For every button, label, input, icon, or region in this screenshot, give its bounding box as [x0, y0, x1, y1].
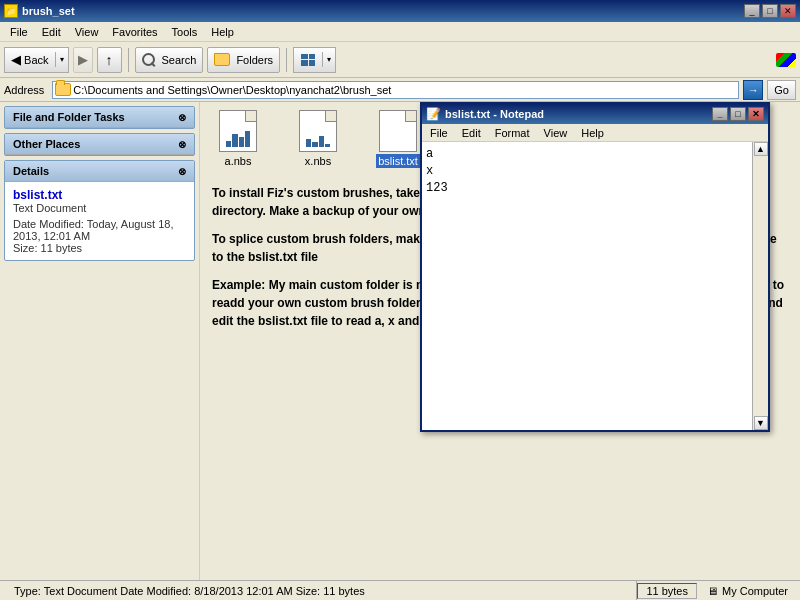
computer-label: My Computer — [722, 585, 788, 597]
address-folder-icon — [55, 83, 71, 96]
notepad-icon: 📝 — [426, 107, 441, 121]
maximize-button[interactable]: □ — [762, 4, 778, 18]
status-info: Type: Text Document Date Modified: 8/18/… — [6, 581, 637, 600]
nbs-icon-2 — [299, 110, 337, 152]
address-label: Address — [4, 84, 48, 96]
menu-tools[interactable]: Tools — [166, 24, 204, 40]
status-bar: Type: Text Document Date Modified: 8/18/… — [0, 580, 800, 600]
window-title: brush_set — [22, 5, 75, 17]
menu-bar: File Edit View Favorites Tools Help — [0, 22, 800, 42]
notepad-content[interactable] — [422, 142, 752, 430]
close-button[interactable]: ✕ — [780, 4, 796, 18]
up-button[interactable]: ↑ — [97, 47, 122, 73]
menu-view[interactable]: View — [69, 24, 105, 40]
other-places-section: Other Places ⊗ — [4, 133, 195, 156]
file-folder-tasks-chevron: ⊗ — [178, 112, 186, 123]
details-chevron: ⊗ — [178, 166, 186, 177]
other-places-header[interactable]: Other Places ⊗ — [5, 134, 194, 155]
notepad-menu-view[interactable]: View — [538, 126, 574, 140]
search-icon — [142, 53, 156, 67]
notepad-title-bar: 📝 bslist.txt - Notepad _ □ ✕ — [422, 104, 768, 124]
xp-logo-area — [776, 53, 796, 67]
menu-help[interactable]: Help — [205, 24, 240, 40]
folders-button[interactable]: Folders — [207, 47, 280, 73]
detail-modified: Date Modified: Today, August 18, 2013, 1… — [13, 218, 186, 242]
file-label-bslist-txt: bslist.txt — [376, 154, 420, 168]
notepad-menu-file[interactable]: File — [424, 126, 454, 140]
notepad-title-buttons: _ □ ✕ — [712, 107, 764, 121]
address-input[interactable] — [73, 84, 736, 96]
title-bar-buttons: _ □ ✕ — [744, 4, 796, 18]
file-icon-bslist-txt — [377, 110, 419, 152]
minimize-button[interactable]: _ — [744, 4, 760, 18]
file-icon-x-nbs — [297, 110, 339, 152]
address-input-wrap — [52, 81, 739, 99]
details-content: bslist.txt Text Document Date Modified: … — [5, 182, 194, 260]
status-size: 11 bytes — [637, 583, 697, 599]
address-go-arrow[interactable]: → — [743, 80, 763, 100]
right-content: a.nbs x.nbs — [200, 102, 800, 580]
other-places-title: Other Places — [13, 138, 80, 150]
detail-filename: bslist.txt — [13, 188, 186, 202]
menu-favorites[interactable]: Favorites — [106, 24, 163, 40]
detail-filetype: Text Document — [13, 202, 186, 214]
file-item-x-nbs[interactable]: x.nbs — [288, 110, 348, 168]
txt-icon — [379, 110, 417, 152]
notepad-close-button[interactable]: ✕ — [748, 107, 764, 121]
file-icon-a-nbs — [217, 110, 259, 152]
toolbar-separator-1 — [128, 48, 129, 72]
back-button[interactable]: ◀ Back ▾ — [4, 47, 69, 73]
view-button[interactable]: ▾ — [293, 47, 336, 73]
notepad-window: 📝 bslist.txt - Notepad _ □ ✕ File Edit F… — [420, 102, 770, 432]
file-item-a-nbs[interactable]: a.nbs — [208, 110, 268, 168]
main-layout: File and Folder Tasks ⊗ Other Places ⊗ D… — [0, 102, 800, 580]
left-panel: File and Folder Tasks ⊗ Other Places ⊗ D… — [0, 102, 200, 580]
status-computer: 🖥 My Computer — [701, 585, 794, 597]
notepad-minimize-button[interactable]: _ — [712, 107, 728, 121]
details-header[interactable]: Details ⊗ — [5, 161, 194, 182]
xp-logo — [776, 53, 796, 67]
notepad-scrollbar[interactable]: ▲ ▼ — [752, 142, 768, 430]
file-folder-tasks-header[interactable]: File and Folder Tasks ⊗ — [5, 107, 194, 128]
details-section: Details ⊗ bslist.txt Text Document Date … — [4, 160, 195, 261]
window-icon: 📁 — [4, 4, 18, 18]
file-folder-tasks-section: File and Folder Tasks ⊗ — [4, 106, 195, 129]
search-label: Search — [162, 54, 197, 66]
view-icon — [300, 53, 316, 67]
scrollbar-up[interactable]: ▲ — [754, 142, 768, 156]
file-label-x-nbs: x.nbs — [303, 154, 333, 168]
address-bar: Address → Go — [0, 78, 800, 102]
title-bar: 📁 brush_set _ □ ✕ — [0, 0, 800, 22]
file-folder-tasks-title: File and Folder Tasks — [13, 111, 125, 123]
toolbar: ◀ Back ▾ ▶ ↑ Search Folders ▾ — [0, 42, 800, 78]
folders-icon — [214, 53, 230, 66]
file-label-a-nbs: a.nbs — [223, 154, 254, 168]
file-item-bslist-txt[interactable]: bslist.txt — [368, 110, 428, 168]
detail-size: Size: 11 bytes — [13, 242, 186, 254]
menu-file[interactable]: File — [4, 24, 34, 40]
notepad-title-text: bslist.txt - Notepad — [445, 108, 544, 120]
notepad-menu-help[interactable]: Help — [575, 126, 610, 140]
notepad-maximize-button[interactable]: □ — [730, 107, 746, 121]
toolbar-separator-2 — [286, 48, 287, 72]
notepad-menu-format[interactable]: Format — [489, 126, 536, 140]
search-button[interactable]: Search — [135, 47, 204, 73]
notepad-menu: File Edit Format View Help — [422, 124, 768, 142]
menu-edit[interactable]: Edit — [36, 24, 67, 40]
nbs-icon — [219, 110, 257, 152]
folders-label: Folders — [236, 54, 273, 66]
address-go-button[interactable]: Go — [767, 80, 796, 100]
details-title: Details — [13, 165, 49, 177]
title-bar-left: 📁 brush_set — [4, 4, 75, 18]
other-places-chevron: ⊗ — [178, 139, 186, 150]
notepad-menu-edit[interactable]: Edit — [456, 126, 487, 140]
computer-icon: 🖥 — [707, 585, 718, 597]
forward-button[interactable]: ▶ — [73, 47, 93, 73]
scrollbar-down[interactable]: ▼ — [754, 416, 768, 430]
